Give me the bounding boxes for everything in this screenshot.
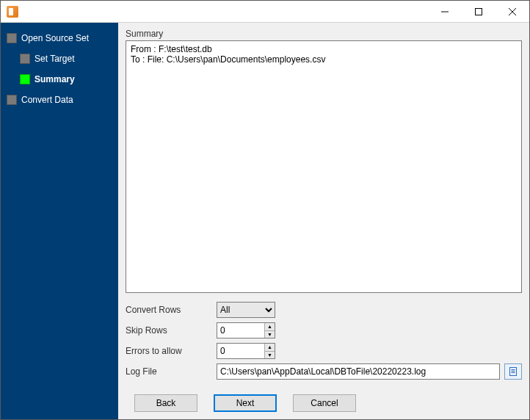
errors-allow-spinner[interactable]: ▲ ▼ bbox=[217, 343, 275, 359]
skip-rows-label: Skip Rows bbox=[126, 325, 217, 336]
close-button[interactable] bbox=[495, 1, 529, 23]
minimize-button[interactable] bbox=[428, 1, 462, 23]
maximize-button[interactable] bbox=[462, 1, 495, 23]
errors-allow-row: Errors to allow ▲ ▼ bbox=[126, 343, 522, 359]
main-panel: Summary From : F:\test\test.db To : File… bbox=[118, 23, 529, 419]
step-label: Open Source Set bbox=[21, 33, 89, 43]
log-file-input[interactable] bbox=[217, 363, 500, 380]
log-file-label: Log File bbox=[126, 366, 217, 377]
step-label: Set Target bbox=[35, 54, 74, 64]
titlebar bbox=[1, 1, 529, 23]
wizard-sidebar: Open Source Set Set Target Summary Conve… bbox=[1, 23, 118, 419]
convert-rows-select[interactable]: All bbox=[217, 302, 275, 318]
step-marker-icon bbox=[7, 95, 17, 105]
log-file-browse-button[interactable] bbox=[504, 363, 522, 380]
skip-rows-row: Skip Rows ▲ ▼ bbox=[126, 322, 522, 338]
errors-allow-input[interactable] bbox=[217, 344, 264, 358]
sidebar-step-set-target[interactable]: Set Target bbox=[18, 51, 114, 67]
svg-rect-1 bbox=[476, 8, 482, 15]
log-file-row: Log File bbox=[126, 363, 522, 380]
skip-rows-input[interactable] bbox=[217, 323, 264, 338]
spinner-up-icon[interactable]: ▲ bbox=[265, 344, 275, 352]
convert-rows-label: Convert Rows bbox=[126, 305, 217, 315]
sidebar-step-summary[interactable]: Summary bbox=[18, 71, 114, 87]
app-window: Open Source Set Set Target Summary Conve… bbox=[0, 0, 530, 420]
app-icon bbox=[7, 6, 18, 18]
sidebar-step-convert-data[interactable]: Convert Data bbox=[5, 92, 114, 108]
back-button[interactable]: Back bbox=[134, 394, 197, 412]
document-icon bbox=[508, 366, 518, 377]
step-marker-icon bbox=[20, 54, 30, 64]
sidebar-step-open-source-set[interactable]: Open Source Set bbox=[5, 30, 114, 46]
spinner-down-icon[interactable]: ▼ bbox=[265, 331, 275, 338]
summary-textarea[interactable]: From : F:\test\test.db To : File: C:\Use… bbox=[126, 40, 522, 293]
spinner-up-icon[interactable]: ▲ bbox=[265, 323, 275, 331]
step-marker-icon bbox=[20, 74, 30, 84]
step-label: Convert Data bbox=[21, 95, 73, 105]
summary-title: Summary bbox=[126, 29, 522, 39]
step-label: Summary bbox=[35, 74, 75, 84]
skip-rows-spinner[interactable]: ▲ ▼ bbox=[217, 322, 275, 338]
wizard-footer: Back Next Cancel bbox=[126, 394, 522, 412]
errors-allow-label: Errors to allow bbox=[126, 346, 217, 356]
convert-rows-row: Convert Rows All bbox=[126, 302, 522, 318]
next-button[interactable]: Next bbox=[214, 394, 277, 412]
spinner-down-icon[interactable]: ▼ bbox=[265, 352, 275, 359]
step-marker-icon bbox=[7, 33, 17, 43]
cancel-button[interactable]: Cancel bbox=[293, 394, 356, 412]
